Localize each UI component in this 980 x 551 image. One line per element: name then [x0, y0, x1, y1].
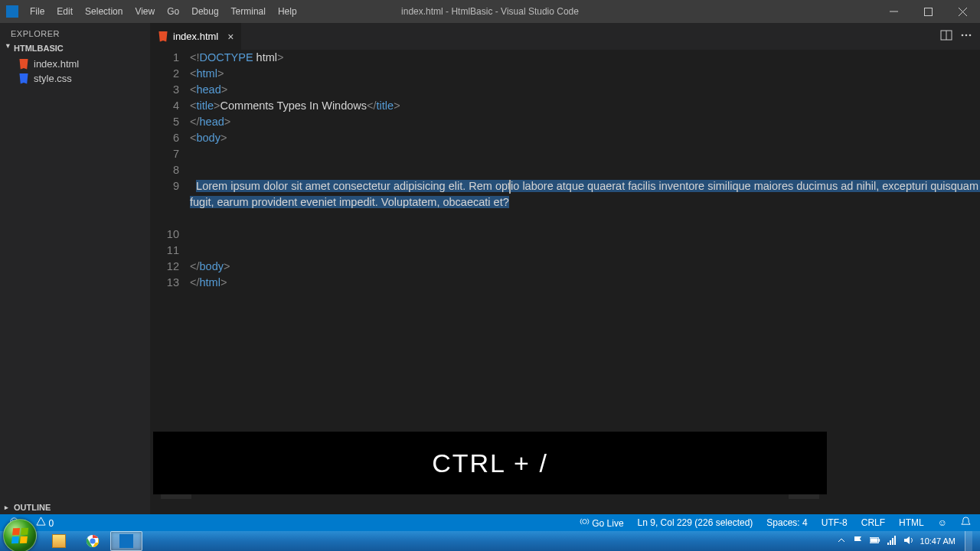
taskbar-chrome[interactable]: [77, 531, 109, 551]
window-close-button[interactable]: [946, 0, 980, 23]
keystroke-overlay: CTRL + /: [153, 432, 827, 494]
menu-debug[interactable]: Debug: [186, 6, 224, 17]
start-button[interactable]: [3, 519, 37, 551]
system-tray: 10:47 AM: [836, 531, 980, 551]
show-desktop-button[interactable]: [965, 531, 972, 551]
status-language[interactable]: HTML: [896, 517, 927, 528]
window-maximize-button[interactable]: [911, 0, 946, 23]
svg-rect-0: [925, 8, 933, 15]
split-editor-icon[interactable]: [940, 29, 952, 44]
menu-go[interactable]: Go: [162, 6, 185, 17]
file-tree-item[interactable]: style.css: [0, 71, 150, 86]
svg-point-5: [969, 34, 972, 36]
svg-rect-11: [878, 539, 880, 542]
outline-section-header[interactable]: OUTLINE: [0, 500, 150, 514]
menu-view[interactable]: View: [129, 6, 160, 17]
svg-point-9: [90, 538, 95, 543]
status-warnings[interactable]: 0: [33, 517, 57, 529]
file-tree-item[interactable]: index.html: [0, 57, 150, 71]
menubar: File Edit Selection View Go Debug Termin…: [24, 6, 302, 17]
html-file-icon: [18, 59, 29, 70]
status-indentation[interactable]: Spaces: 4: [763, 517, 810, 528]
explorer-folder-header[interactable]: HTMLBASIC: [0, 41, 150, 55]
status-eol[interactable]: CRLF: [858, 517, 888, 528]
window-minimize-button[interactable]: [877, 0, 911, 23]
more-actions-icon[interactable]: [960, 29, 972, 44]
status-encoding[interactable]: UTF-8: [818, 517, 851, 528]
menu-file[interactable]: File: [24, 6, 50, 17]
vscode-window: File Edit Selection View Go Debug Termin…: [0, 0, 980, 531]
tab-close-icon[interactable]: ×: [227, 31, 234, 43]
tab-label: index.html: [173, 31, 218, 42]
menu-selection[interactable]: Selection: [80, 6, 128, 17]
editor-tabs: index.html ×: [150, 23, 980, 50]
html-file-icon: [158, 31, 168, 42]
svg-rect-13: [887, 543, 889, 545]
tray-battery-icon[interactable]: [870, 535, 880, 547]
titlebar: File Edit Selection View Go Debug Termin…: [0, 0, 980, 23]
menu-terminal[interactable]: Terminal: [226, 6, 271, 17]
css-file-icon: [18, 73, 29, 84]
file-name: style.css: [34, 73, 72, 84]
svg-rect-16: [894, 536, 896, 545]
windows-logo-icon: [11, 528, 28, 544]
svg-point-7: [583, 520, 587, 524]
windows-taskbar: 10:47 AM: [0, 531, 980, 551]
tab-index-html[interactable]: index.html ×: [150, 23, 242, 50]
svg-rect-15: [892, 538, 893, 545]
taskbar-vscode[interactable]: [110, 531, 142, 551]
vscode-logo-icon: [6, 5, 18, 18]
file-name: index.html: [34, 58, 79, 70]
explorer-title: EXPLORER: [0, 23, 150, 41]
menu-help[interactable]: Help: [273, 6, 302, 17]
tray-flag-icon[interactable]: [853, 535, 864, 547]
status-cursor-position[interactable]: Ln 9, Col 229 (226 selected): [635, 517, 756, 528]
sidebar-explorer: EXPLORER HTMLBASIC index.html style.css …: [0, 23, 150, 514]
tray-volume-icon[interactable]: [903, 535, 914, 547]
status-golive[interactable]: Go Live: [577, 517, 627, 529]
status-notifications-icon[interactable]: [958, 517, 974, 529]
svg-rect-12: [870, 538, 877, 542]
svg-point-4: [965, 34, 968, 36]
tray-show-hidden-icon[interactable]: [836, 535, 847, 547]
svg-point-3: [962, 34, 964, 36]
menu-edit[interactable]: Edit: [51, 6, 78, 17]
tray-clock[interactable]: 10:47 AM: [920, 537, 956, 546]
statusbar: 0 0 Go Live Ln 9, Col 229 (226 selected)…: [0, 514, 980, 531]
status-feedback-icon[interactable]: ☺: [935, 517, 950, 528]
window-title: index.html - HtmlBasic - Visual Studio C…: [401, 6, 579, 17]
svg-rect-14: [890, 540, 891, 545]
taskbar-file-explorer[interactable]: [43, 531, 75, 551]
tray-network-icon[interactable]: [887, 535, 897, 547]
